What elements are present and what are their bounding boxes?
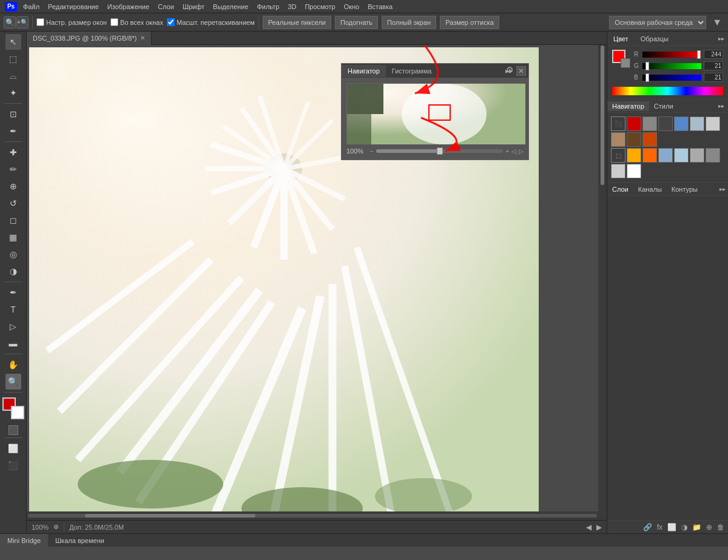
nav-zoom-expand-left[interactable]: ◁: [511, 148, 516, 155]
print-size-btn[interactable]: Размер оттиска: [440, 16, 499, 29]
nav2-tool-7[interactable]: [706, 116, 720, 131]
layers-tool-style[interactable]: fx: [657, 523, 662, 531]
menu-window[interactable]: Окно: [340, 2, 363, 12]
nav2-tool-1[interactable]: ⬛: [611, 116, 625, 131]
nav-panel-close-btn[interactable]: ✕: [516, 66, 526, 76]
workspace-toggle[interactable]: ▼: [710, 17, 724, 28]
nav2-tool-19[interactable]: [627, 164, 641, 178]
nav2-tab-styles[interactable]: Стили: [649, 101, 678, 111]
r-slider[interactable]: [642, 52, 701, 58]
nav2-tool-11[interactable]: ⬚: [611, 148, 625, 163]
nav2-tool-2[interactable]: [627, 116, 641, 131]
nav2-tool-18[interactable]: [611, 164, 625, 178]
nav2-tool-12[interactable]: [627, 148, 641, 163]
nav-settings-icon[interactable]: ⚙: [504, 65, 516, 75]
tool-dodge[interactable]: ◑: [5, 263, 21, 279]
layers-tab-layers[interactable]: Слои: [607, 184, 633, 194]
tool-pen[interactable]: ✒: [5, 285, 21, 300]
nav2-tool-3[interactable]: [642, 116, 657, 131]
fit-btn[interactable]: Подогнать: [335, 16, 378, 29]
menu-filter[interactable]: Фильтр: [253, 2, 283, 12]
nav-tab-histogram[interactable]: Гистограмма: [386, 65, 438, 77]
layers-tool-folder[interactable]: 📁: [692, 523, 701, 531]
layers-tool-delete[interactable]: 🗑: [717, 523, 724, 531]
tool-text[interactable]: T: [5, 302, 21, 317]
nav2-tool-6[interactable]: [690, 116, 704, 131]
layers-tool-link[interactable]: 🔗: [643, 523, 652, 531]
nav2-expand[interactable]: ▸▸: [718, 103, 728, 109]
menu-file[interactable]: Файл: [19, 2, 43, 12]
nav2-tool-16[interactable]: [690, 148, 704, 163]
tool-gradient[interactable]: ▦: [5, 229, 21, 245]
tool-lasso[interactable]: ⌓: [5, 68, 21, 84]
tab-close-btn[interactable]: ✕: [140, 35, 145, 41]
full-screen-btn[interactable]: Полный экран: [382, 16, 436, 29]
layers-tool-new[interactable]: ⊕: [706, 523, 712, 531]
layers-expand[interactable]: ▸▸: [720, 186, 728, 192]
nav-tab-navigator[interactable]: Навигатор: [342, 65, 386, 77]
tool-crop[interactable]: ⊡: [5, 106, 21, 122]
menu-layers[interactable]: Слои: [154, 2, 178, 12]
layers-tool-adjustment[interactable]: ◑: [681, 523, 687, 531]
menu-view[interactable]: Просмотр: [301, 2, 339, 12]
canvas-scrollbar-v[interactable]: [598, 45, 607, 511]
tool-blur[interactable]: ◎: [5, 246, 21, 262]
menu-image[interactable]: Изображение: [104, 2, 153, 12]
nav2-tool-15[interactable]: [674, 148, 689, 163]
bottom-tab-mini-bridge[interactable]: Mini Bridge: [0, 534, 48, 547]
menu-insert[interactable]: Вставка: [364, 2, 396, 12]
nav-zoom-slider[interactable]: [376, 149, 503, 153]
zoom-increase-btn[interactable]: +🔍: [16, 16, 29, 29]
g-value-input[interactable]: 21: [704, 61, 723, 70]
menu-edit[interactable]: Редактирование: [44, 2, 103, 12]
nav2-tool-8[interactable]: [611, 132, 625, 147]
g-slider[interactable]: [642, 63, 701, 69]
status-nav-next[interactable]: ▶: [596, 523, 602, 531]
all-windows-checkbox[interactable]: Во всех окнах: [110, 18, 163, 26]
tool-brush[interactable]: ✏: [5, 161, 21, 177]
layers-tab-paths[interactable]: Контуры: [667, 184, 703, 194]
tool-clone[interactable]: ⊕: [5, 178, 21, 194]
scale-drag-checkbox[interactable]: Масшт. перетаскиванием: [167, 18, 255, 26]
status-zoom-icon[interactable]: ⊕: [53, 523, 59, 531]
layers-tab-channels[interactable]: Каналы: [633, 184, 667, 194]
quick-mask-btn[interactable]: [8, 425, 18, 435]
tool-history-brush[interactable]: ↺: [5, 195, 21, 211]
background-color[interactable]: [11, 406, 24, 419]
canvas-scrollbar-h[interactable]: [27, 511, 598, 520]
tool-app-mode[interactable]: ⬛: [5, 457, 21, 473]
b-slider[interactable]: [642, 75, 701, 81]
nav2-tool-4[interactable]: [658, 116, 673, 131]
size-window-input[interactable]: [36, 18, 44, 26]
menu-font[interactable]: Шрифт: [179, 2, 208, 12]
b-value-input[interactable]: 21: [704, 73, 723, 82]
tool-move[interactable]: ↖: [5, 34, 21, 50]
tool-hand[interactable]: ✋: [5, 357, 21, 373]
nav2-tool-13[interactable]: [642, 148, 657, 163]
nav-zoom-minus[interactable]: −: [370, 148, 374, 155]
zoom-decrease-btn[interactable]: 🔍: [4, 16, 16, 29]
tool-eraser[interactable]: ◻: [5, 212, 21, 228]
tool-shape[interactable]: ▬: [5, 336, 21, 351]
color-panel-expand[interactable]: ▸▸: [718, 35, 728, 42]
tool-magic-wand[interactable]: ✦: [5, 85, 21, 101]
tool-marquee[interactable]: ⬚: [5, 51, 21, 67]
nav-zoom-expand-right[interactable]: ▷: [519, 148, 524, 155]
color-tab-swatches[interactable]: Образцы: [635, 33, 675, 45]
nav2-tool-10[interactable]: [642, 132, 657, 147]
canvas-container[interactable]: Навигатор Гистограмма ▸▸ ✕ ⚙: [27, 45, 607, 520]
bg-color-swatch[interactable]: [621, 58, 630, 68]
tool-screen-mode[interactable]: ⬜: [5, 440, 21, 456]
status-nav-prev[interactable]: ◀: [586, 523, 592, 531]
real-pixels-btn[interactable]: Реальные пиксели: [263, 16, 331, 29]
nav2-tab-navigator[interactable]: Навигатор: [607, 101, 649, 111]
menu-select[interactable]: Выделение: [209, 2, 252, 12]
nav2-tool-14[interactable]: [658, 148, 673, 163]
r-value-input[interactable]: 244: [704, 50, 723, 59]
tool-eyedropper[interactable]: ✒: [5, 123, 21, 139]
menu-3d[interactable]: 3D: [284, 2, 300, 12]
color-spectrum[interactable]: [612, 87, 723, 95]
color-tab-color[interactable]: Цвет: [607, 33, 635, 45]
layers-tool-mask[interactable]: ⬜: [667, 523, 676, 531]
nav-zoom-plus[interactable]: +: [505, 148, 509, 155]
